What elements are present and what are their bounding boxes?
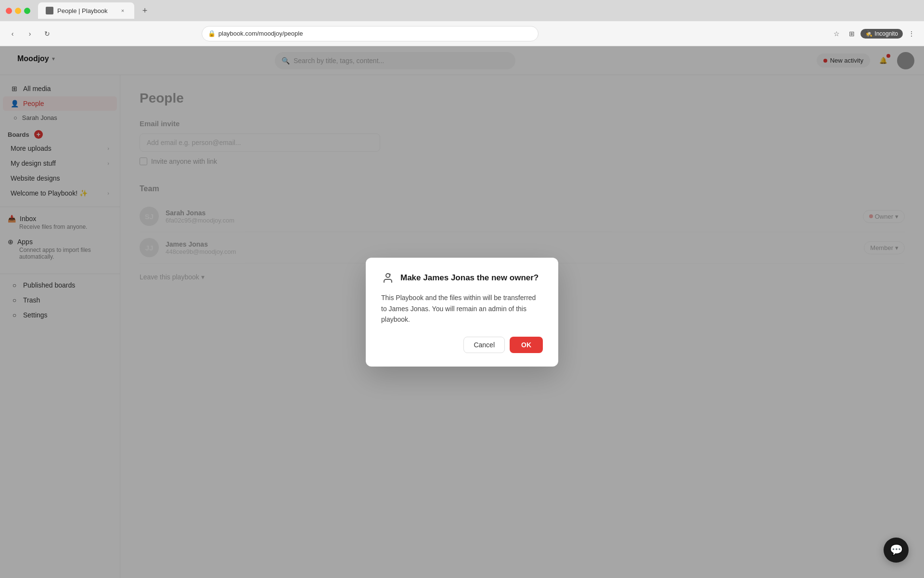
address-field[interactable]: 🔒 playbook.com/moodjoy/people — [202, 26, 539, 41]
chat-icon: 💬 — [890, 544, 903, 556]
chat-fab-button[interactable]: 💬 — [884, 538, 909, 563]
browser-title-bar: People | Playbook × + — [0, 0, 924, 21]
incognito-badge: 🕵 Incognito — [860, 29, 903, 39]
minimize-button[interactable] — [15, 8, 21, 14]
modal-body: This Playbook and the files within will … — [381, 292, 543, 325]
reload-button[interactable]: ↻ — [40, 27, 54, 40]
modal-title: Make James Jonas the new owner? — [400, 273, 539, 283]
back-button[interactable]: ‹ — [6, 27, 19, 40]
forward-button[interactable]: › — [23, 27, 37, 40]
url-display: playbook.com/moodjoy/people — [218, 30, 303, 37]
modal-person-icon — [381, 271, 395, 285]
browser-address-bar: ‹ › ↻ 🔒 playbook.com/moodjoy/people ☆ ⊞ … — [0, 21, 924, 46]
browser-controls — [6, 8, 30, 14]
extensions-button[interactable]: ⊞ — [845, 27, 859, 40]
modal-footer: Cancel OK — [381, 337, 543, 353]
incognito-label: Incognito — [874, 30, 898, 37]
lock-icon: 🔒 — [208, 30, 216, 37]
incognito-icon: 🕵 — [865, 30, 873, 37]
svg-point-0 — [386, 274, 390, 277]
ok-button[interactable]: OK — [510, 337, 543, 353]
menu-button[interactable]: ⋮ — [905, 27, 918, 40]
confirm-modal: Make James Jonas the new owner? This Pla… — [366, 258, 558, 366]
modal-overlay: Make James Jonas the new owner? This Pla… — [0, 46, 924, 578]
tab-favicon — [46, 7, 53, 14]
browser-tab[interactable]: People | Playbook × — [38, 2, 134, 19]
maximize-button[interactable] — [24, 8, 30, 14]
address-bar-actions: ☆ ⊞ 🕵 Incognito ⋮ — [830, 27, 918, 40]
tab-close-button[interactable]: × — [119, 7, 127, 14]
cancel-button[interactable]: Cancel — [463, 337, 505, 353]
new-tab-button[interactable]: + — [138, 4, 152, 17]
modal-header: Make James Jonas the new owner? — [381, 271, 543, 285]
close-button[interactable] — [6, 8, 12, 14]
star-button[interactable]: ☆ — [830, 27, 843, 40]
tab-title: People | Playbook — [57, 7, 108, 14]
